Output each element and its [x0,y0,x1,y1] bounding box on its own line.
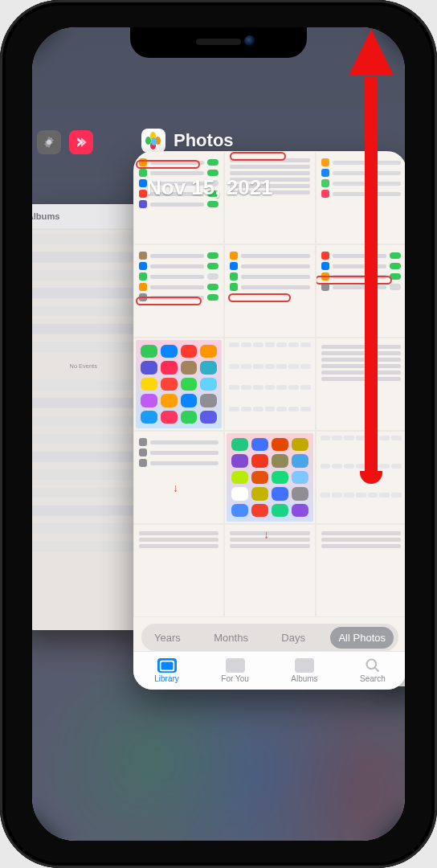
no-events-label: No Events [32,362,148,369]
red-arrow-down-icon: ↓ [173,481,178,494]
photo-thumbnail[interactable]: ↓ [224,524,315,617]
tab-search[interactable]: Search [360,658,386,683]
tab-label: For You [221,674,248,683]
notch [130,27,307,58]
tab-for-you[interactable]: For You [221,658,248,683]
tab-label: Search [360,674,386,683]
iphone-app-switcher-screenshot: { "device": {"model": "iPhone", "corner_… [0,0,437,868]
photo-thumbnail[interactable] [133,524,224,617]
segment-months[interactable]: Months [206,627,256,649]
segment-years[interactable]: Years [146,627,189,649]
red-arrow-down-icon: ↓ [263,528,269,541]
screen: Photos ‹ Albums No Events [32,27,405,841]
photo-thumbnail[interactable] [133,244,224,338]
tab-library[interactable]: Library [154,658,179,683]
settings-app-icon [37,130,61,154]
arrow-shaft [365,77,378,479]
photo-thumbnail[interactable] [133,338,224,431]
front-camera [244,35,255,47]
svg-rect-2 [161,661,173,669]
svg-line-4 [374,668,378,672]
phone-frame: Photos ‹ Albums No Events [0,0,437,868]
segment-days[interactable]: Days [273,627,313,649]
shortcuts-app-icon [69,130,93,154]
segment-all-photos[interactable]: All Photos [330,627,394,649]
switcher-app-label: Photos [174,130,234,151]
for-you-icon [226,658,245,673]
tab-label: Albums [291,674,317,683]
photo-thumbnail[interactable] [316,524,405,617]
search-icon [363,658,382,673]
photos-app-icon [141,129,165,153]
photo-thumbnail[interactable] [224,338,315,431]
switcher-app-chip-settings[interactable] [37,130,61,154]
photos-tab-bar: Library For You Albums Search [133,651,405,690]
annotation-swipe-up-arrow [353,29,389,479]
photos-date-header: Nov 15, 2021 [146,175,273,200]
arrow-head-icon [349,29,394,76]
photo-thumbnail[interactable]: ↓ [133,431,224,524]
tab-albums[interactable]: Albums [291,658,317,683]
tab-label: Library [154,674,179,683]
albums-icon [295,658,314,673]
photos-view-segmented-control[interactable]: Years Months Days All Photos [141,624,398,651]
photo-thumbnail[interactable] [224,244,315,338]
photo-thumbnail[interactable] [224,431,315,524]
earpiece-speaker [196,39,241,45]
switcher-app-chip-photos[interactable]: Photos [141,129,234,153]
back-label[interactable]: Albums [32,211,60,222]
switcher-app-chip-shortcuts[interactable] [69,130,93,154]
svg-point-3 [366,660,376,669]
library-icon [157,658,177,673]
